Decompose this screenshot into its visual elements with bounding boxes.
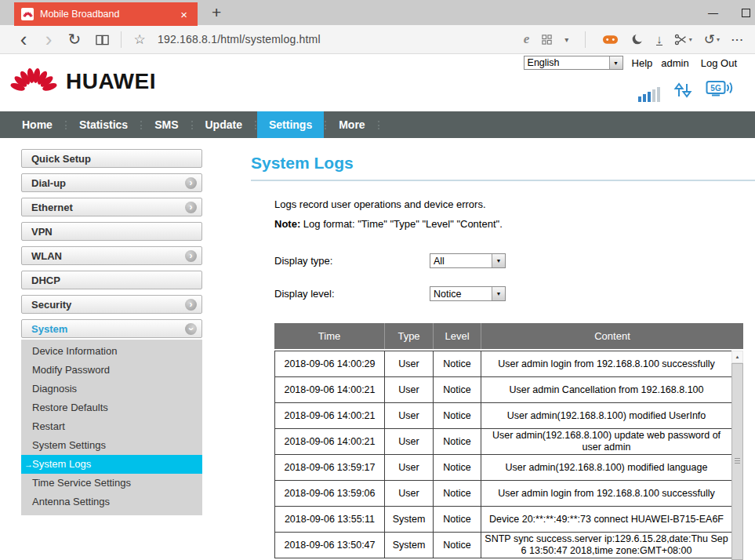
table-row: 2018-09-06 13:50:47SystemNoticeSNTP sync… <box>275 533 732 558</box>
chevron-down-icon[interactable]: ▾ <box>717 36 720 43</box>
table-row: 2018-09-06 14:00:21UserNoticeUser admin(… <box>275 403 732 429</box>
sidebar-item-vpn[interactable]: VPN <box>21 222 202 241</box>
collapse-chevron-icon: › <box>185 323 197 335</box>
web-capture-group[interactable]: ▾ <box>674 33 692 46</box>
language-selected-value: English <box>528 57 560 68</box>
browser-tab[interactable]: Mobile Broadband × <box>14 2 198 26</box>
nav-more[interactable]: More <box>327 111 376 138</box>
chevron-down-icon[interactable]: ▾ <box>689 36 692 43</box>
sidebar-item-dial-up[interactable]: Dial-up› <box>21 173 202 192</box>
table-row: 2018-09-06 14:00:29UserNoticeUser admin … <box>275 351 732 377</box>
nav-separator <box>191 121 193 129</box>
reading-view-icon[interactable] <box>88 33 116 46</box>
table-row: 2018-09-06 13:59:06UserNoticeUser admin … <box>275 481 732 507</box>
main-nav: Home Statistics SMS Update Settings More <box>0 111 755 138</box>
undo-group[interactable]: ↺ ▾ <box>704 31 720 48</box>
nav-separator <box>325 121 326 129</box>
table-row: 2018-09-06 13:55:11SystemNoticeDevice 20… <box>275 507 732 533</box>
display-level-select[interactable]: Notice ▼ <box>430 286 506 301</box>
tab-close-icon[interactable]: × <box>177 7 191 22</box>
scrollbar-grip <box>735 458 740 465</box>
sidebar-item-dhcp[interactable]: DHCP <box>21 271 202 289</box>
table-row: 2018-09-06 13:59:17UserNoticeUser admin(… <box>275 455 732 481</box>
huawei-favicon-icon <box>21 8 34 20</box>
chevron-down-icon[interactable]: ▾ <box>564 35 568 44</box>
submenu-time-service-settings[interactable]: Time Service Settings <box>21 474 202 493</box>
display-type-value: All <box>434 256 445 267</box>
page-note: Note: Log format: "Time" "Type" "Level" … <box>274 218 503 230</box>
table-row: 2018-09-06 14:00:21UserNoticeUser admin … <box>275 377 732 403</box>
table-scrollbar[interactable]: ▲ <box>731 351 743 560</box>
page-title: System Logs <box>251 154 755 173</box>
nav-sms[interactable]: SMS <box>143 111 190 138</box>
apps-grid-icon[interactable] <box>541 34 553 45</box>
nav-home[interactable]: Home <box>10 111 64 138</box>
log-table-body: 2018-09-06 14:00:29UserNoticeUser admin … <box>274 351 732 558</box>
undo-icon[interactable]: ↺ <box>704 31 715 48</box>
address-url[interactable]: 192.168.8.1/html/systemlog.html <box>158 33 321 45</box>
new-tab-button[interactable]: + <box>205 2 227 24</box>
nav-separator <box>140 121 142 129</box>
svg-text:5G: 5G <box>710 84 721 93</box>
window-minimize-button[interactable]: — <box>708 7 718 19</box>
submenu-antenna-settings[interactable]: Antenna Settings <box>21 493 202 511</box>
scroll-up-icon[interactable]: ▲ <box>731 351 743 363</box>
nav-separator <box>65 121 67 129</box>
status-icons: 5G <box>638 80 735 102</box>
page-description: Logs record user operations and device e… <box>274 198 486 210</box>
system-submenu: Device Information Modify Password Diagn… <box>21 340 202 515</box>
expand-chevron-icon: › <box>185 177 197 189</box>
more-options-icon[interactable]: ··· <box>731 34 744 45</box>
selected-arrow-icon: → <box>24 455 32 474</box>
column-header-level: Level <box>433 323 481 349</box>
forward-icon: › <box>36 27 61 52</box>
sidebar-item-quick-setup[interactable]: Quick Setup <box>21 149 202 168</box>
select-dropdown-icon[interactable]: ▼ <box>609 56 623 69</box>
settings-sidebar: Quick Setup Dial-up› Ethernet› VPN WLAN›… <box>21 149 202 515</box>
sidebar-item-ethernet[interactable]: Ethernet› <box>21 198 202 216</box>
refresh-icon[interactable]: ↻ <box>61 30 88 49</box>
dark-mode-moon-icon[interactable] <box>630 32 644 46</box>
display-type-label: Display type: <box>274 255 332 267</box>
display-type-select[interactable]: All ▼ <box>430 253 506 268</box>
account-bar: English ▼ Help admin Log Out <box>524 56 737 70</box>
nav-statistics[interactable]: Statistics <box>67 111 140 138</box>
language-select[interactable]: English ▼ <box>524 56 623 70</box>
window-maximize-button[interactable] <box>742 9 750 17</box>
sidebar-item-wlan[interactable]: WLAN› <box>21 246 202 265</box>
submenu-system-logs[interactable]: →System Logs <box>21 455 202 474</box>
display-level-label: Display level: <box>274 288 335 300</box>
download-icon[interactable]: ↓ <box>656 33 662 46</box>
title-divider <box>251 180 755 181</box>
nav-separator <box>255 121 256 129</box>
nav-separator <box>378 121 379 129</box>
scrollbar-thumb[interactable] <box>731 363 743 560</box>
logout-link[interactable]: Log Out <box>701 57 737 69</box>
favorites-star-icon[interactable]: ☆ <box>126 31 153 48</box>
back-icon[interactable]: ‹ <box>11 27 36 52</box>
nav-update[interactable]: Update <box>194 111 254 138</box>
select-dropdown-icon[interactable]: ▼ <box>492 287 505 300</box>
brand-name: HUAWEI <box>66 69 156 94</box>
network-5g-icon: 5G <box>706 80 735 102</box>
games-icon[interactable] <box>602 34 619 45</box>
sidebar-item-system[interactable]: System› <box>21 319 202 338</box>
nav-settings[interactable]: Settings <box>257 111 324 138</box>
submenu-modify-password[interactable]: Modify Password <box>21 361 202 380</box>
brand-row: HUAWEI <box>9 64 156 99</box>
select-dropdown-icon[interactable]: ▼ <box>492 254 505 267</box>
toolbar-divider <box>121 31 122 48</box>
help-link[interactable]: Help <box>632 57 653 69</box>
submenu-system-settings[interactable]: System Settings <box>21 436 202 455</box>
internet-explorer-icon[interactable]: e <box>524 31 530 47</box>
column-header-type: Type <box>384 323 433 349</box>
submenu-restore-defaults[interactable]: Restore Defaults <box>21 398 202 417</box>
submenu-diagnosis[interactable]: Diagnosis <box>21 380 202 398</box>
display-type-row: Display type: All ▼ <box>274 253 588 268</box>
sidebar-item-security[interactable]: Security› <box>21 295 202 314</box>
submenu-restart[interactable]: Restart <box>21 417 202 436</box>
column-header-time: Time <box>274 323 384 349</box>
logged-in-user: admin <box>661 57 688 69</box>
submenu-device-information[interactable]: Device Information <box>21 342 202 361</box>
expand-chevron-icon: › <box>185 299 197 311</box>
